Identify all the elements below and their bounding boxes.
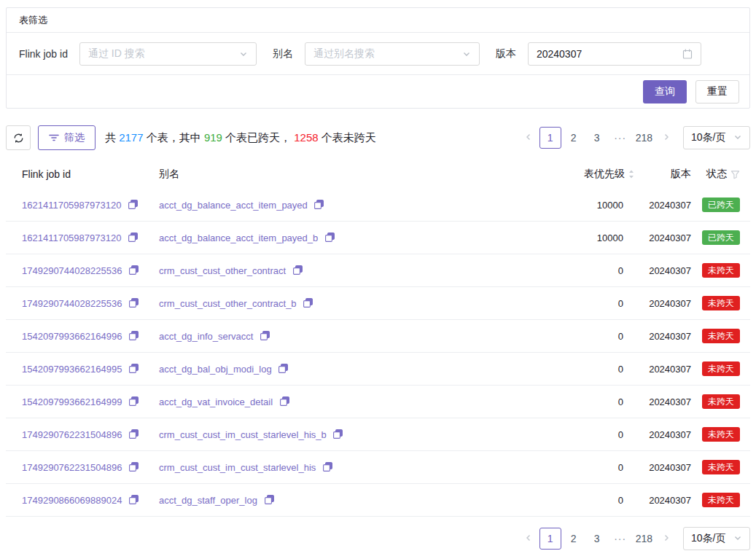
column-header-version: 版本 xyxy=(638,168,695,181)
prev-page-button[interactable] xyxy=(519,528,538,550)
filter-toggle-button[interactable]: 筛选 xyxy=(38,125,96,150)
refresh-button[interactable] xyxy=(6,125,31,150)
alias-select[interactable]: 通过别名搜索 xyxy=(305,42,480,66)
flink-job-id-link[interactable]: 1749290762231504896 xyxy=(22,429,122,440)
status-badge: 未跨天 xyxy=(702,296,740,310)
copy-icon[interactable] xyxy=(129,364,139,373)
table-row: 1749290762231504896 crm_cust_cust_im_cus… xyxy=(6,451,750,484)
alias-link[interactable]: acct_dg_vat_invoice_detail xyxy=(159,396,273,407)
copy-icon[interactable] xyxy=(129,331,139,340)
copy-icon[interactable] xyxy=(128,200,138,209)
status-cell: 未跨天 xyxy=(695,427,750,442)
alias-link[interactable]: crm_cust_cust_other_contract xyxy=(159,265,286,276)
pagination-ellipsis[interactable]: ··· xyxy=(609,132,631,144)
priority-value: 0 xyxy=(536,495,638,506)
column-header-status: 状态 xyxy=(695,168,750,181)
version-date-input[interactable]: 20240307 xyxy=(528,42,701,66)
chevron-right-icon xyxy=(662,533,671,544)
alias-cell: crm_cust_cust_other_contract_b xyxy=(159,298,536,309)
page-number-2[interactable]: 2 xyxy=(563,528,585,550)
filter-funnel-icon[interactable] xyxy=(730,170,740,179)
query-button[interactable]: 查询 xyxy=(643,80,687,103)
page-size-select[interactable]: 10条/页 xyxy=(683,527,750,550)
alias-link[interactable]: acct_dg_balance_acct_item_payed xyxy=(159,200,308,211)
alias-link[interactable]: acct_dg_staff_oper_log xyxy=(159,495,257,506)
page-number-3[interactable]: 3 xyxy=(586,528,608,550)
copy-icon[interactable] xyxy=(129,298,139,308)
flink-job-id-link[interactable]: 1749290762231504896 xyxy=(22,462,122,473)
filter-card-header: 表筛选 xyxy=(7,8,749,33)
version-value: 20240307 xyxy=(638,364,695,375)
flink-job-id-link[interactable]: 1749290744028225536 xyxy=(22,298,122,309)
flink-job-id-link[interactable]: 1749290744028225536 xyxy=(22,265,122,276)
alias-link[interactable]: acct_dg_balance_acct_item_payed_b xyxy=(159,232,318,243)
next-page-button[interactable] xyxy=(657,528,676,550)
status-cell: 未跨天 xyxy=(695,296,750,310)
job-id-cell: 1749290744028225536 xyxy=(6,298,159,309)
copy-icon[interactable] xyxy=(280,396,289,406)
filter-actions: 查询 重置 xyxy=(7,75,749,108)
table-row: 1542097993662164995 acct_dg_bal_obj_modi… xyxy=(6,353,750,386)
page-number-218[interactable]: 218 xyxy=(633,127,655,149)
alias-cell: acct_dg_balance_acct_item_payed xyxy=(159,200,536,211)
flink-job-id-link[interactable]: 1542097993662164999 xyxy=(22,396,122,407)
alias-link[interactable]: acct_dg_info_servacct xyxy=(159,331,253,342)
alias-cell: acct_dg_info_servacct xyxy=(159,331,536,342)
page-number-1[interactable]: 1 xyxy=(539,127,561,149)
page-number-2[interactable]: 2 xyxy=(563,127,585,149)
copy-icon[interactable] xyxy=(129,396,139,406)
data-table: Flink job id 别名 表优先级 版本 状态 1621411705987… xyxy=(6,160,750,517)
status-cell: 未跨天 xyxy=(695,394,750,409)
copy-icon[interactable] xyxy=(303,298,313,308)
summary-part: 2177 xyxy=(119,131,143,144)
status-badge: 未跨天 xyxy=(702,427,740,442)
next-page-button[interactable] xyxy=(657,127,676,149)
status-badge: 已跨天 xyxy=(702,230,740,245)
status-cell: 未跨天 xyxy=(695,493,750,507)
page-number-1[interactable]: 1 xyxy=(539,528,561,550)
table-body: 1621411705987973120 acct_dg_balance_acct… xyxy=(6,189,750,517)
page-size-select[interactable]: 10条/页 xyxy=(683,126,750,149)
copy-icon[interactable] xyxy=(129,429,139,439)
copy-icon[interactable] xyxy=(129,265,139,275)
job-id-select[interactable]: 通过 ID 搜索 xyxy=(79,42,257,66)
table-row: 1621411705987973120 acct_dg_balance_acct… xyxy=(6,222,750,254)
status-badge: 未跨天 xyxy=(702,493,740,507)
priority-value: 0 xyxy=(536,364,638,375)
copy-icon[interactable] xyxy=(325,232,335,242)
table-row: 1621411705987973120 acct_dg_balance_acct… xyxy=(6,189,750,222)
pagination-ellipsis[interactable]: ··· xyxy=(609,533,631,544)
page-number-3[interactable]: 3 xyxy=(586,127,608,149)
chevron-down-icon xyxy=(733,533,742,544)
copy-icon[interactable] xyxy=(129,495,139,504)
page-number-218[interactable]: 218 xyxy=(633,528,655,550)
flink-job-id-link[interactable]: 1621411705987973120 xyxy=(22,232,121,243)
alias-link[interactable]: acct_dg_bal_obj_modi_log xyxy=(159,364,272,375)
copy-icon[interactable] xyxy=(278,364,288,373)
copy-icon[interactable] xyxy=(293,265,303,275)
table-row: 1749290744028225536 crm_cust_cust_other_… xyxy=(6,287,750,320)
reset-button[interactable]: 重置 xyxy=(695,80,739,103)
status-badge: 未跨天 xyxy=(702,361,740,376)
copy-icon[interactable] xyxy=(129,462,139,472)
copy-icon[interactable] xyxy=(260,331,270,340)
flink-job-id-link[interactable]: 1749290866069889024 xyxy=(22,495,122,506)
flink-job-id-link[interactable]: 1542097993662164995 xyxy=(22,364,122,375)
copy-icon[interactable] xyxy=(333,429,343,439)
version-value: 20240307 xyxy=(638,298,695,309)
prev-page-button[interactable] xyxy=(519,127,538,149)
copy-icon[interactable] xyxy=(128,232,138,242)
copy-icon[interactable] xyxy=(323,462,332,472)
job-id-cell: 1542097993662164995 xyxy=(6,364,159,375)
flink-job-id-link[interactable]: 1542097993662164996 xyxy=(22,331,122,342)
sort-icon[interactable] xyxy=(628,169,635,179)
alias-link[interactable]: crm_cust_cust_im_cust_starlevel_his xyxy=(159,462,316,473)
alias-link[interactable]: crm_cust_cust_other_contract_b xyxy=(159,298,297,309)
copy-icon[interactable] xyxy=(265,495,274,504)
alias-link[interactable]: crm_cust_cust_im_cust_starlevel_his_b xyxy=(159,429,327,440)
flink-job-id-link[interactable]: 1621411705987973120 xyxy=(22,200,121,211)
table-toolbar: 筛选 共 2177 个表，其中 919 个表已跨天， 1258 个表未跨天 12… xyxy=(6,125,750,150)
chevron-down-icon xyxy=(462,50,471,58)
copy-icon[interactable] xyxy=(314,200,324,209)
status-badge: 已跨天 xyxy=(702,198,740,212)
